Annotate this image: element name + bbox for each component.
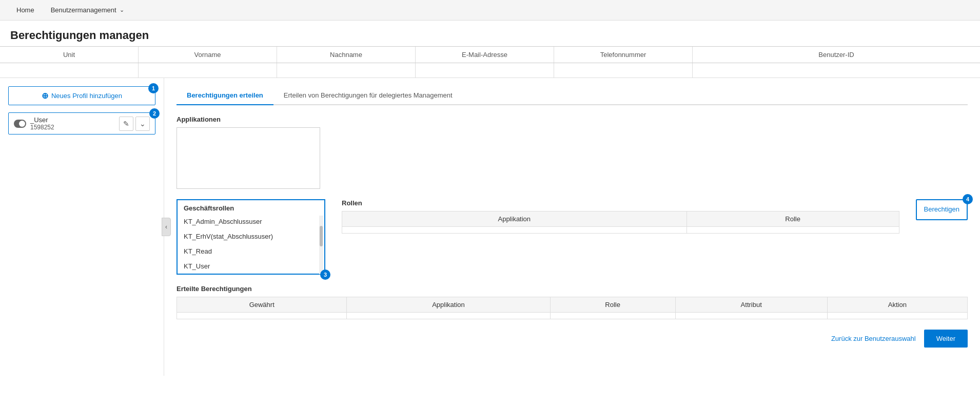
- cell-benutzerid: [693, 63, 980, 78]
- add-profile-button[interactable]: ⊕ Neues Profil hinzufügen: [8, 86, 155, 105]
- page-title: Berechtigungen managen: [0, 21, 980, 46]
- chevron-down-icon: ⌄: [120, 7, 124, 13]
- rollen-col-applikation: Applikation: [342, 211, 687, 227]
- erteilte-berechtigungen-section: Erteilte Berechtigungen Gewährt Applikat…: [177, 285, 968, 319]
- erteilte-col-gewaehrt: Gewährt: [177, 297, 347, 313]
- list-item[interactable]: KT_Read: [178, 244, 324, 259]
- tab-berechtigungen-erteilen[interactable]: Berechtigungen erteilen: [177, 86, 273, 105]
- tab-delegiertes-management[interactable]: Erteilen von Berechtigungen für delegier…: [273, 86, 463, 105]
- weiter-button[interactable]: Weiter: [924, 330, 968, 348]
- cell-nachname: [277, 63, 416, 78]
- nav-home[interactable]: Home: [8, 1, 43, 19]
- profile-id: 1598252: [30, 124, 119, 131]
- geschaeftsrollen-title: Geschäftsrollen: [178, 200, 324, 214]
- badge-2: 2: [149, 108, 160, 119]
- user-data-row: [0, 63, 980, 78]
- col-header-nachname: Nachname: [277, 47, 416, 63]
- cell-telefon: [554, 63, 693, 78]
- left-sidebar: ⊕ Neues Profil hinzufügen 1 _User 159825…: [0, 78, 164, 376]
- tabs: Berechtigungen erteilen Erteilen von Ber…: [177, 86, 968, 105]
- list-item[interactable]: KT_Admin_Abschlussuser: [178, 214, 324, 229]
- edit-profile-button[interactable]: ✎: [119, 117, 133, 131]
- erteilte-table: Gewährt Applikation Rolle Attribut Aktio…: [177, 297, 968, 319]
- berechtigen-container: Berechtigen 4: [916, 199, 968, 264]
- two-col-layout: Geschäftsrollen KT_Admin_Abschlussuser K…: [177, 199, 968, 275]
- erteilte-berechtigungen-title: Erteilte Berechtigungen: [177, 285, 968, 293]
- applikationen-box: [177, 127, 320, 189]
- plus-icon: ⊕: [42, 91, 48, 101]
- user-table-header: Unit Vorname Nachname E-Mail-Adresse Tel…: [0, 46, 980, 63]
- cell-unit: [0, 63, 139, 78]
- list-item[interactable]: KT_ErhV(stat_Abschlussuser): [178, 229, 324, 244]
- table-row: [342, 227, 899, 234]
- col-header-vorname: Vorname: [139, 47, 277, 63]
- table-row: [177, 313, 968, 319]
- erteilte-col-applikation: Applikation: [347, 297, 550, 313]
- profile-name: _User: [30, 116, 119, 124]
- list-item[interactable]: KT_User: [178, 259, 324, 274]
- cell-vorname: [139, 63, 277, 78]
- main-content: ⊕ Neues Profil hinzufügen 1 _User 159825…: [0, 78, 980, 376]
- scroll-thumb: [320, 226, 323, 246]
- rollen-table: Applikation Rolle: [342, 211, 899, 234]
- scrollbar[interactable]: [319, 216, 323, 274]
- bottom-actions: Zurück zur Benutzerauswahl Weiter: [177, 330, 968, 348]
- applikationen-label: Applikationen: [177, 116, 968, 123]
- back-link[interactable]: Zurück zur Benutzerauswahl: [831, 335, 916, 342]
- erteilte-col-attribut: Attribut: [675, 297, 827, 313]
- col-header-telefon: Telefonnummer: [554, 47, 693, 63]
- rollen-section: Rollen Applikation Rolle: [342, 199, 899, 275]
- rollen-col-rolle: Rolle: [687, 211, 899, 227]
- erteilte-col-aktion: Aktion: [827, 297, 967, 313]
- rollen-section-title: Rollen: [342, 199, 899, 207]
- erteilte-col-rolle: Rolle: [550, 297, 675, 313]
- badge-3: 3: [320, 270, 330, 280]
- expand-profile-button[interactable]: ⌄: [135, 117, 150, 131]
- right-content: Berechtigungen erteilen Erteilen von Ber…: [164, 78, 980, 376]
- col-header-benutzerid: Benutzer-ID: [693, 47, 980, 63]
- profile-item: _User 1598252 ✎ ⌄: [8, 112, 155, 134]
- toggle-eye-icon[interactable]: [14, 120, 26, 128]
- badge-1: 1: [148, 83, 159, 93]
- geschaeftsrollen-box: Geschäftsrollen KT_Admin_Abschlussuser K…: [177, 199, 325, 275]
- col-header-unit: Unit: [0, 47, 139, 63]
- cell-email: [416, 63, 554, 78]
- badge-4: 4: [963, 194, 973, 204]
- nav-benutzermanagement[interactable]: Benutzermanagement ⌄: [43, 1, 132, 19]
- geschaeftsrollen-list: KT_Admin_Abschlussuser KT_ErhV(stat_Absc…: [178, 214, 324, 274]
- sidebar-collapse-button[interactable]: ‹: [162, 218, 171, 236]
- top-navigation: Home Benutzermanagement ⌄: [0, 0, 980, 21]
- col-header-email: E-Mail-Adresse: [416, 47, 554, 63]
- berechtigen-button[interactable]: Berechtigen: [916, 199, 968, 220]
